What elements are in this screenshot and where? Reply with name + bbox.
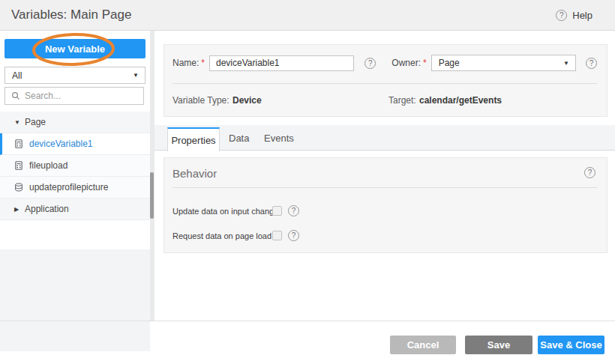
form-divider — [172, 83, 597, 84]
page-title: Variables: Main Page — [11, 0, 131, 30]
save-and-close-button[interactable]: Save & Close — [538, 336, 604, 354]
owner-select[interactable]: Page ▼ — [431, 55, 576, 71]
behavior-section-title: Behavior — [172, 167, 217, 180]
new-variable-button[interactable]: New Variable — [4, 39, 146, 58]
save-button[interactable]: Save — [465, 336, 532, 354]
tab-events[interactable]: Events — [264, 127, 294, 151]
target-label: Target: — [388, 92, 416, 109]
tree-item-label: updateprofilepicture — [29, 182, 108, 192]
tree-group-label: Application — [25, 204, 69, 214]
update-data-checkbox[interactable] — [272, 206, 282, 216]
request-data-label: Request data on page load — [172, 231, 272, 240]
sidebar-scrollbar-thumb[interactable] — [150, 172, 154, 219]
name-required-marker: * — [201, 58, 205, 68]
tree-item-updateprofilepicture[interactable]: updateprofilepicture — [0, 177, 150, 198]
behavior-help-icon[interactable]: ? — [584, 167, 596, 178]
name-label: Name: — [172, 58, 199, 68]
owner-label: Owner: — [392, 58, 421, 68]
sidebar-empty-area — [0, 249, 150, 351]
tree-group-page[interactable]: ▼ Page — [0, 112, 150, 133]
update-data-help-icon[interactable]: ? — [288, 205, 299, 216]
tree-item-label: fileupload — [29, 160, 68, 171]
help-label: Help — [572, 10, 592, 21]
behavior-section: Behavior ? Update data on input change ?… — [164, 157, 608, 253]
service-variable-icon — [14, 183, 23, 192]
dialog-header: Variables: Main Page ? Help — [0, 0, 615, 31]
name-field[interactable] — [209, 55, 354, 71]
triangle-collapsed-icon: ▶ — [14, 206, 25, 213]
tree-group-label: Page — [25, 117, 46, 127]
footer-divider — [0, 321, 615, 321]
chevron-down-icon: ▼ — [563, 60, 569, 67]
variable-type-label: Variable Type: — [172, 92, 230, 109]
variable-filter-dropdown[interactable]: All ▼ — [4, 67, 146, 84]
request-data-help-icon[interactable]: ? — [288, 230, 299, 241]
name-help-icon[interactable]: ? — [364, 58, 376, 69]
tree-group-application[interactable]: ▶ Application — [0, 198, 150, 220]
update-data-label: Update data on input change — [172, 207, 272, 216]
device-variable-icon — [14, 139, 23, 148]
variables-dialog: Variables: Main Page ? Help New Variable… — [0, 0, 615, 364]
owner-required-marker: * — [423, 58, 427, 68]
tree-item-label: deviceVariable1 — [29, 139, 93, 149]
chevron-down-icon: ▼ — [133, 72, 139, 79]
search-icon — [11, 91, 20, 100]
tab-properties[interactable]: Properties — [167, 127, 220, 151]
target-value: calendar/getEvents — [419, 92, 502, 109]
tab-bar: Properties Data Events — [154, 125, 615, 151]
behavior-divider — [172, 187, 597, 188]
variable-summary-panel: Name: * ? Owner: * Page ▼ ? Variable Typ… — [164, 44, 608, 117]
help-link[interactable]: ? Help — [556, 0, 592, 30]
tab-data[interactable]: Data — [229, 127, 249, 151]
update-data-row: Update data on input change ? — [172, 204, 299, 217]
search-input[interactable] — [25, 91, 143, 101]
cancel-button[interactable]: Cancel — [390, 336, 456, 354]
device-variable-icon — [14, 161, 23, 170]
filter-value: All — [12, 70, 22, 81]
triangle-expanded-icon: ▼ — [14, 119, 25, 126]
variables-tree: ▼ Page deviceVariable1 fil — [0, 112, 150, 220]
help-question-icon: ? — [556, 10, 567, 21]
variable-type-value: Device — [232, 92, 262, 109]
owner-value: Page — [439, 58, 460, 68]
request-data-row: Request data on page load ? — [172, 229, 299, 242]
search-box — [4, 87, 144, 105]
owner-help-icon[interactable]: ? — [586, 58, 597, 69]
tree-item-fileupload[interactable]: fileupload — [0, 155, 150, 177]
request-data-checkbox[interactable] — [272, 231, 282, 240]
tree-item-devicevariable1[interactable]: deviceVariable1 — [0, 133, 150, 155]
